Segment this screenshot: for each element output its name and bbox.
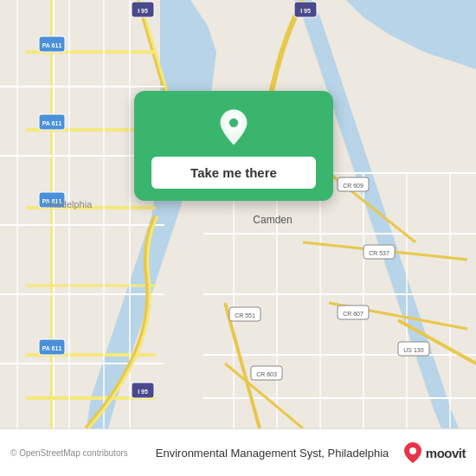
svg-text:I 95: I 95 xyxy=(138,389,148,395)
svg-text:PA 611: PA 611 xyxy=(42,42,62,48)
svg-text:hiladelphia: hiladelphia xyxy=(47,199,93,209)
svg-point-70 xyxy=(229,119,238,127)
svg-text:CR 609: CR 609 xyxy=(343,183,363,189)
svg-text:CR 603: CR 603 xyxy=(256,371,277,377)
svg-text:CR 551: CR 551 xyxy=(235,312,255,318)
svg-text:Camden: Camden xyxy=(253,214,292,226)
location-label: Environmental Management Syst, Philadelp… xyxy=(141,447,403,460)
svg-text:CR 607: CR 607 xyxy=(343,311,363,317)
map-container: PA 611 PA 611 PA 611 PA 611 I 95 I 95 I … xyxy=(0,0,476,428)
svg-text:I 95: I 95 xyxy=(138,8,148,14)
moovit-brand-text: moovit xyxy=(426,446,466,460)
map-svg: PA 611 PA 611 PA 611 PA 611 I 95 I 95 I … xyxy=(0,0,476,428)
moovit-pin-icon xyxy=(403,441,422,465)
moovit-logo: moovit xyxy=(403,441,466,465)
location-pin-icon xyxy=(213,106,254,148)
svg-point-71 xyxy=(409,447,416,454)
svg-text:PA 611: PA 611 xyxy=(42,345,62,351)
copyright-text: © OpenStreetMap contributors xyxy=(10,448,141,458)
svg-text:I 95: I 95 xyxy=(300,8,311,14)
bottom-bar: © OpenStreetMap contributors Environment… xyxy=(0,428,476,476)
svg-text:CR 537: CR 537 xyxy=(369,250,389,256)
popup-card: Take me there xyxy=(134,91,333,201)
svg-text:PA 611: PA 611 xyxy=(42,120,62,126)
take-me-there-button[interactable]: Take me there xyxy=(151,157,316,189)
svg-text:US 130: US 130 xyxy=(403,347,423,353)
